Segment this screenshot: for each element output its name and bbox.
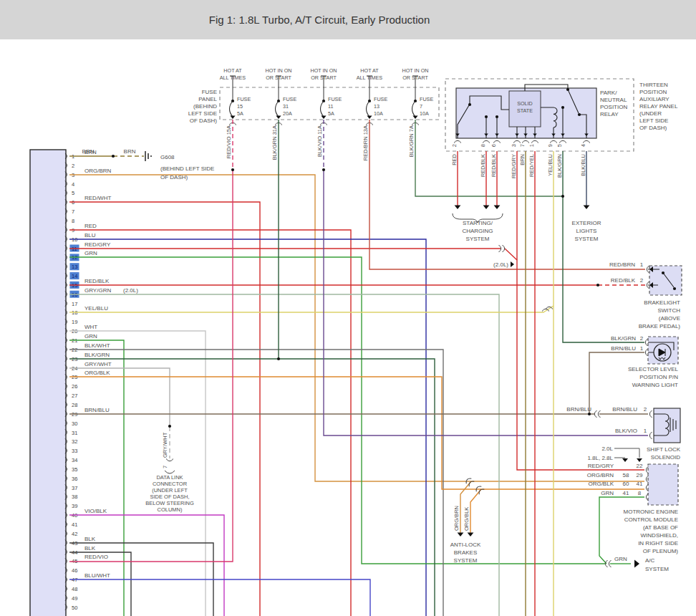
fuse-amp: 10A (374, 110, 383, 117)
fuse-wire-label: BLK/GRN 31A (271, 125, 278, 160)
fuse-amp: 5A (328, 110, 334, 117)
fuse-word: FUSE (328, 96, 342, 102)
fuse-panel-label: PANEL (198, 96, 217, 102)
fuse-number: 13 (374, 103, 380, 110)
wiring-diagram: Fig 1: 1.8L Turbo, A/T Circuit, Early Pr… (0, 0, 696, 616)
pin-number: 39 (72, 503, 77, 509)
pin-number: 7 (72, 208, 74, 215)
pin-wire-label: BLK (84, 536, 96, 542)
ecm-box (648, 464, 678, 505)
pin1-wire-label-2: BRN (124, 148, 136, 155)
pin-number: 8 (72, 218, 74, 224)
pin-wire-label: GRN (84, 333, 97, 340)
pin-number: 5 (72, 190, 74, 196)
pin-number: 41 (72, 521, 77, 528)
pin-number: 35 (72, 466, 77, 473)
ecm-pin-number: 8 (638, 490, 642, 496)
pin-number: 38 (72, 494, 77, 500)
pin-number: 17 (72, 301, 77, 307)
pin-number: 13 (72, 264, 77, 270)
pin-number: 19 (72, 319, 77, 325)
pin-wire-label: YEL/BLU (84, 305, 108, 312)
svg-text:2: 2 (640, 335, 644, 342)
pin-number: 46 (72, 567, 77, 574)
relay-pin-wire-label: BLK/BLU (580, 154, 586, 176)
fuse-wire-label: BLK/VIO 11A (316, 125, 323, 157)
relay-pin-wire-label: RED/GRY (511, 154, 517, 178)
svg-text:(BEHIND LEFT SIDE: (BEHIND LEFT SIDE (160, 165, 214, 172)
relay-panel-label: (UNDER (639, 110, 662, 117)
pin-number: 31 (72, 430, 77, 436)
pin-number: 42 (72, 531, 77, 537)
ecm-label: WINDSHIELD, (641, 532, 678, 539)
relay-pin-number: 8 (480, 144, 486, 147)
ecm-wire-label: RED/GRY (588, 463, 614, 469)
pin-wire-label: BLK (84, 545, 96, 552)
relay-panel-label: RELAY PANEL (639, 103, 678, 110)
fuse-number: 7 (420, 103, 422, 110)
svg-text:2: 2 (640, 277, 644, 284)
fuse-panel-label: LEFT SIDE (188, 110, 217, 117)
relay-panel-label: OF DASH) (639, 125, 667, 131)
ecm-label: IN RIGHT SIDE (638, 540, 678, 547)
svg-text:BELOW STEERING: BELOW STEERING (145, 500, 194, 506)
pin-wire-label: RED (84, 223, 97, 229)
pin-wire-label: GRN (84, 250, 97, 256)
svg-text:RED/BLK: RED/BLK (611, 277, 636, 284)
svg-text:(UNDER LEFT: (UNDER LEFT (152, 487, 188, 494)
ecm-pin-number: 60 (623, 481, 629, 487)
svg-text:DATA LINK: DATA LINK (156, 474, 183, 481)
pin-wire-label: VIO/BLK (84, 508, 107, 514)
relay-label: PARK/ (600, 90, 617, 96)
pin-number: 26 (72, 383, 77, 390)
figure-title: Fig 1: 1.8L Turbo, A/T Circuit, Early Pr… (209, 14, 430, 26)
fuse-number: 11 (328, 103, 333, 110)
ecm-wire-label: GRN (601, 490, 614, 496)
relay-pin-wire-label: RED (451, 153, 458, 165)
svg-text:EXTERIOR: EXTERIOR (572, 220, 601, 226)
fuse-number: 15 (237, 103, 243, 110)
hot-label: HOT IN ON (265, 67, 291, 74)
fuse-wire-label: RED/BRN 13A (362, 125, 369, 160)
relay-pin-wire-label: YEL/BLU (547, 154, 554, 176)
fuse-word: FUSE (374, 96, 387, 102)
svg-text:A/C: A/C (645, 557, 655, 564)
pin-number: 12 (72, 254, 77, 261)
svg-text:(ABOVE: (ABOVE (659, 315, 680, 322)
connector-body (30, 150, 66, 616)
svg-text:1: 1 (640, 345, 644, 352)
relay-pin-wire-label: BRN (519, 154, 526, 165)
pin-wire-label: GRY/WHT (84, 361, 112, 367)
svg-text:ANTI-LOCK: ANTI-LOCK (450, 542, 481, 548)
pin-number: 14 (72, 273, 77, 279)
relay-pin-number: 9 (547, 144, 554, 147)
svg-text:OF DASH): OF DASH) (160, 174, 188, 181)
svg-text:GRY/WHT: GRY/WHT (162, 432, 168, 458)
svg-text:WARNING LIGHT: WARNING LIGHT (632, 382, 678, 388)
fuse-panel-label: (BEHIND (193, 103, 217, 110)
relay-pin-wire-label: BLK/GRN (556, 154, 563, 178)
ecm-pin-number: 29 (637, 472, 643, 478)
pin-number: 33 (72, 448, 77, 454)
ecm-label: MOTRONIC ENGINE (624, 509, 678, 515)
svg-text:BRN/BLU: BRN/BLU (611, 345, 636, 352)
pin-wire-label: GRY/GRN (84, 287, 111, 294)
svg-text:BRN/BLU: BRN/BLU (612, 406, 637, 413)
two-liter-note: (2.0L) (493, 261, 508, 268)
relay-pin-wire-label: RED/YEL (528, 154, 535, 177)
pin-wire-label: BLK/GRN (84, 352, 110, 358)
pin-number: 37 (72, 485, 77, 491)
pin-number: 34 (72, 457, 77, 463)
fuse-amp: 10A (420, 110, 429, 117)
hot-label: HOT IN ON (310, 67, 337, 74)
pin-wire-label: BRN/BLU (84, 407, 110, 413)
pin-number: 2 (72, 163, 74, 169)
pin-wire-label: ORG/BRN (84, 168, 112, 174)
solid-state-label: STATE (517, 107, 533, 114)
ecm-pin-number: 41 (623, 490, 629, 496)
relay-pin-number: 6 (490, 144, 497, 147)
pin-number: 28 (72, 402, 77, 408)
pin-number: 6 (72, 199, 74, 206)
fuse-amp: 20A (283, 110, 292, 117)
brakelight-switch-box (649, 266, 682, 295)
